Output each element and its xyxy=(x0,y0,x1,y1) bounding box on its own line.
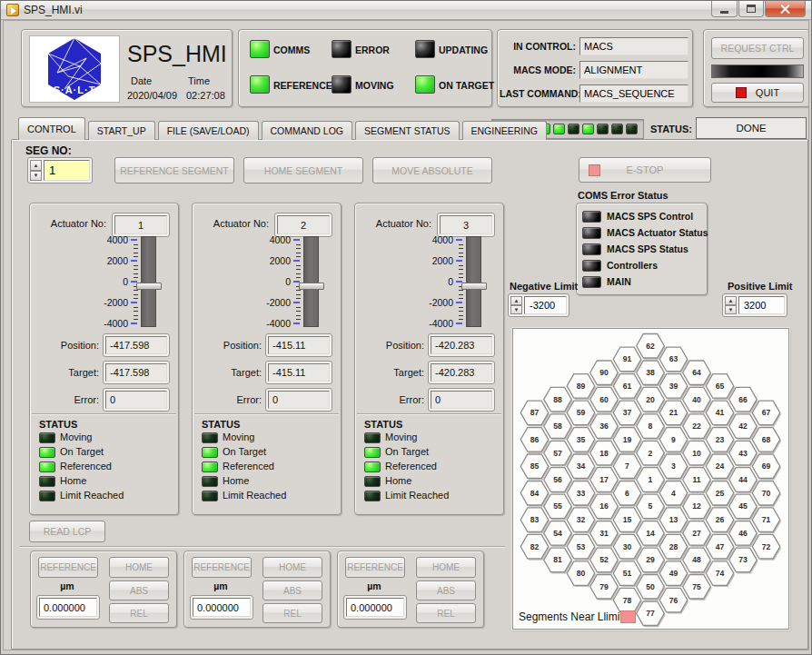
segment-hex-26: 26 xyxy=(706,508,734,532)
status-led-label: Referenced xyxy=(223,461,274,471)
segment-number: 56 xyxy=(553,475,562,484)
minor-tick xyxy=(459,290,463,291)
rel-button[interactable]: REL xyxy=(262,603,322,623)
segment-number: 33 xyxy=(577,489,586,498)
segment-number: 16 xyxy=(599,501,609,511)
segment-number: 43 xyxy=(738,449,748,458)
segment-number: 17 xyxy=(599,475,609,484)
um-input[interactable]: 0.000000 xyxy=(39,598,97,617)
negative-limit-down-icon[interactable]: ▼ xyxy=(510,305,522,314)
actuator-slider-track-1[interactable] xyxy=(141,236,156,327)
segment-hex-13: 13 xyxy=(659,508,688,532)
actuator-no-label: Actuator No: xyxy=(359,218,431,229)
positive-limit-field[interactable]: 3200 xyxy=(738,296,785,314)
read-lcp-button[interactable]: READ LCP xyxy=(29,521,105,542)
status-led-label: Moving xyxy=(385,432,417,442)
scale-label-4000: 4000 xyxy=(57,234,128,245)
reference-button[interactable]: REFERENCE xyxy=(345,557,405,578)
major-tick xyxy=(456,323,462,324)
rel-button[interactable]: REL xyxy=(109,603,169,623)
move-absolute-button[interactable]: MOVE ABSOLUTE xyxy=(372,157,492,184)
seg-no-down-icon[interactable]: ▼ xyxy=(30,171,42,182)
minor-tick xyxy=(296,256,301,257)
segment-number: 7 xyxy=(625,461,629,471)
estop-button[interactable]: E-STOP xyxy=(579,157,711,183)
actuator-no-value: 2 xyxy=(277,215,330,234)
status-led-on-target xyxy=(39,447,55,458)
actuator-slider-handle-2[interactable] xyxy=(299,283,324,290)
um-input[interactable]: 0.000000 xyxy=(193,598,251,617)
minor-tick xyxy=(296,315,301,316)
request-ctrl-button[interactable]: REQUEST CTRL xyxy=(711,37,804,59)
um-label: µm xyxy=(345,581,403,591)
segment-number: 48 xyxy=(692,555,701,564)
actuator-slider-track-3[interactable] xyxy=(466,236,481,327)
abs-button[interactable]: ABS xyxy=(416,581,476,600)
tab-segment-status[interactable]: SEGMENT STATUS xyxy=(355,121,460,140)
panel-divider xyxy=(194,413,339,415)
reference-segment-button[interactable]: REFERENCE SEGMENT xyxy=(114,157,234,184)
led-label-updating: UPDATING xyxy=(439,45,488,55)
negative-limit-field[interactable]: -3200 xyxy=(524,296,567,314)
segment-hex-28: 28 xyxy=(659,534,688,559)
home-button[interactable]: HOME xyxy=(416,557,476,578)
positive-limit-stepper[interactable]: ▲ ▼ 3200 xyxy=(722,293,787,317)
segment-hex-48: 48 xyxy=(683,548,711,572)
reference-button[interactable]: REFERENCE xyxy=(38,557,98,578)
actuator-no-box: 2 xyxy=(274,213,332,237)
segment-hex-10: 10 xyxy=(683,441,711,465)
seg-no-field[interactable]: 1 xyxy=(44,160,90,181)
segment-number: 61 xyxy=(623,382,632,391)
status-led-limit-reached xyxy=(364,491,381,501)
minor-tick xyxy=(296,311,301,312)
tab-start-up[interactable]: START_UP xyxy=(88,121,155,140)
um-input[interactable]: 0.000000 xyxy=(346,598,404,617)
segment-number: 68 xyxy=(762,435,771,444)
seg-no-up-icon[interactable]: ▲ xyxy=(30,160,42,171)
segment-number: 31 xyxy=(599,529,609,538)
segment-number: 27 xyxy=(692,529,701,538)
status-led-label: Limit Reached xyxy=(60,490,124,501)
positive-limit-up-icon[interactable]: ▲ xyxy=(725,296,737,305)
tab-engineering[interactable]: ENGINEERING xyxy=(462,121,548,140)
time-value: 02:27:08 xyxy=(186,90,225,101)
segment-hex-6: 6 xyxy=(613,481,641,506)
home-button[interactable]: HOME xyxy=(109,557,169,578)
positive-limit-down-icon[interactable]: ▼ xyxy=(725,305,737,314)
segment-hex-9: 9 xyxy=(659,428,688,452)
home-segment-button[interactable]: HOME SEGMENT xyxy=(243,157,363,184)
home-button[interactable]: HOME xyxy=(262,557,322,578)
tab-control[interactable]: CONTROL xyxy=(18,117,85,140)
minor-tick xyxy=(296,298,301,299)
titlebar[interactable]: SPS_HMI.vi xyxy=(1,1,811,20)
minor-tick xyxy=(296,265,301,266)
minor-tick xyxy=(134,256,138,257)
actuator-slider-handle-3[interactable] xyxy=(461,283,487,290)
major-tick xyxy=(131,260,137,262)
reference-button[interactable]: REFERENCE xyxy=(192,557,252,578)
tab-file-save-load-[interactable]: FILE (SAVE/LOAD) xyxy=(158,121,259,140)
actuator-slider-handle-1[interactable] xyxy=(136,283,162,290)
segment-hex-62: 62 xyxy=(637,334,665,359)
negative-limit-up-icon[interactable]: ▲ xyxy=(510,296,522,305)
coms-led-macs-sps-status xyxy=(582,243,601,255)
coms-label: MACS SPS Control xyxy=(607,211,693,222)
negative-limit-stepper[interactable]: ▲ ▼ -3200 xyxy=(508,293,569,317)
segment-hex-40: 40 xyxy=(683,387,711,412)
tab-command-log[interactable]: COMMAND LOG xyxy=(262,121,353,140)
seg-no-stepper[interactable]: ▲ ▼ 1 xyxy=(27,157,93,184)
minor-tick xyxy=(134,244,138,245)
quit-button[interactable]: QUIT xyxy=(711,83,804,103)
minor-tick xyxy=(134,311,138,312)
rel-button[interactable]: REL xyxy=(416,603,476,623)
status-led-referenced xyxy=(39,461,55,472)
segment-number: 32 xyxy=(577,515,586,524)
abs-button[interactable]: ABS xyxy=(262,581,322,600)
maximize-button[interactable] xyxy=(738,1,764,17)
abs-button[interactable]: ABS xyxy=(109,581,169,600)
minimize-button[interactable] xyxy=(711,1,738,17)
minor-tick xyxy=(459,256,463,257)
segment-number: 63 xyxy=(669,354,678,363)
close-button[interactable] xyxy=(765,1,806,17)
actuator-slider-track-2[interactable] xyxy=(303,236,319,327)
